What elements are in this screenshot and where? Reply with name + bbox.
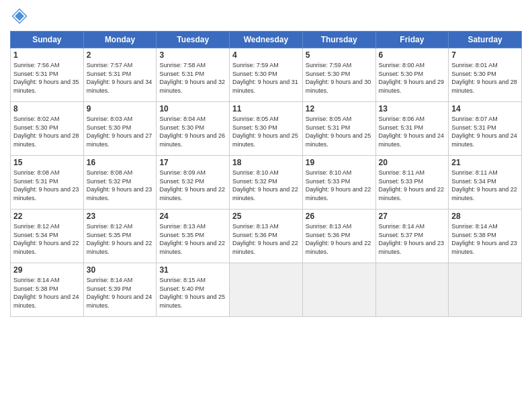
- day-info: Sunrise: 8:12 AM Sunset: 5:34 PM Dayligh…: [13, 222, 81, 256]
- day-number: 13: [379, 104, 446, 113]
- day-cell: 6 Sunrise: 8:00 AM Sunset: 5:30 PM Dayli…: [375, 48, 449, 102]
- day-info: Sunrise: 8:05 AM Sunset: 5:30 PM Dayligh…: [232, 115, 300, 148]
- day-info: Sunrise: 8:06 AM Sunset: 5:31 PM Dayligh…: [379, 115, 446, 148]
- day-number: 26: [306, 212, 373, 221]
- day-number: 30: [87, 265, 154, 275]
- day-info: Sunrise: 8:13 AM Sunset: 5:35 PM Dayligh…: [159, 222, 226, 256]
- day-cell: 16 Sunrise: 8:08 AM Sunset: 5:32 PM Dayl…: [83, 156, 157, 210]
- day-info: Sunrise: 8:02 AM Sunset: 5:30 PM Dayligh…: [13, 115, 81, 148]
- day-info: Sunrise: 8:12 AM Sunset: 5:35 PM Dayligh…: [87, 222, 154, 256]
- col-friday: Friday: [375, 32, 449, 48]
- day-cell: [375, 263, 449, 317]
- day-cell: 24 Sunrise: 8:13 AM Sunset: 5:35 PM Dayl…: [157, 210, 230, 263]
- day-cell: 12 Sunrise: 8:05 AM Sunset: 5:31 PM Dayl…: [302, 102, 375, 156]
- day-cell: 20 Sunrise: 8:11 AM Sunset: 5:33 PM Dayl…: [375, 156, 449, 210]
- day-info: Sunrise: 7:58 AM Sunset: 5:31 PM Dayligh…: [159, 61, 226, 95]
- week-row-1: 8 Sunrise: 8:02 AM Sunset: 5:30 PM Dayli…: [11, 102, 522, 156]
- day-cell: 7 Sunrise: 8:01 AM Sunset: 5:30 PM Dayli…: [449, 48, 522, 102]
- day-number: 7: [451, 50, 519, 60]
- day-info: Sunrise: 7:59 AM Sunset: 5:30 PM Dayligh…: [232, 61, 300, 95]
- day-number: 14: [451, 104, 519, 113]
- day-info: Sunrise: 8:11 AM Sunset: 5:33 PM Dayligh…: [379, 169, 446, 202]
- day-cell: 11 Sunrise: 8:05 AM Sunset: 5:30 PM Dayl…: [230, 102, 303, 156]
- logo-icon: [10, 7, 29, 26]
- header-row: Sunday Monday Tuesday Wednesday Thursday…: [11, 32, 522, 48]
- day-number: 24: [159, 212, 226, 221]
- day-number: 28: [451, 212, 519, 221]
- day-info: Sunrise: 8:08 AM Sunset: 5:32 PM Dayligh…: [87, 169, 154, 202]
- calendar-header: Sunday Monday Tuesday Wednesday Thursday…: [11, 32, 522, 48]
- day-info: Sunrise: 8:14 AM Sunset: 5:38 PM Dayligh…: [13, 276, 81, 310]
- day-number: 10: [159, 104, 226, 113]
- day-cell: 9 Sunrise: 8:03 AM Sunset: 5:30 PM Dayli…: [83, 102, 157, 156]
- day-number: 11: [232, 104, 300, 113]
- col-sunday: Sunday: [11, 32, 84, 48]
- header: [10, 7, 522, 26]
- day-cell: 22 Sunrise: 8:12 AM Sunset: 5:34 PM Dayl…: [11, 210, 84, 263]
- day-cell: 14 Sunrise: 8:07 AM Sunset: 5:31 PM Dayl…: [449, 102, 522, 156]
- day-info: Sunrise: 8:11 AM Sunset: 5:34 PM Dayligh…: [451, 169, 519, 202]
- col-thursday: Thursday: [302, 32, 375, 48]
- day-info: Sunrise: 8:09 AM Sunset: 5:32 PM Dayligh…: [159, 169, 226, 202]
- day-number: 25: [232, 212, 300, 221]
- day-info: Sunrise: 8:13 AM Sunset: 5:36 PM Dayligh…: [232, 222, 300, 256]
- day-number: 21: [451, 158, 519, 167]
- day-number: 3: [159, 50, 226, 60]
- day-number: 19: [306, 158, 373, 167]
- day-cell: 23 Sunrise: 8:12 AM Sunset: 5:35 PM Dayl…: [83, 210, 157, 263]
- day-number: 4: [232, 50, 300, 60]
- col-wednesday: Wednesday: [230, 32, 303, 48]
- day-number: 17: [159, 158, 226, 167]
- week-row-0: 1 Sunrise: 7:56 AM Sunset: 5:31 PM Dayli…: [11, 48, 522, 102]
- day-number: 6: [379, 50, 446, 60]
- day-number: 1: [13, 50, 81, 60]
- logo: [10, 7, 30, 26]
- col-monday: Monday: [83, 32, 157, 48]
- day-cell: 28 Sunrise: 8:14 AM Sunset: 5:38 PM Dayl…: [449, 210, 522, 263]
- day-cell: 19 Sunrise: 8:10 AM Sunset: 5:33 PM Dayl…: [302, 156, 375, 210]
- day-cell: 26 Sunrise: 8:13 AM Sunset: 5:36 PM Dayl…: [302, 210, 375, 263]
- day-number: 16: [87, 158, 154, 167]
- day-cell: 5 Sunrise: 7:59 AM Sunset: 5:30 PM Dayli…: [302, 48, 375, 102]
- day-number: 18: [232, 158, 300, 167]
- day-info: Sunrise: 7:57 AM Sunset: 5:31 PM Dayligh…: [87, 61, 154, 95]
- day-info: Sunrise: 8:14 AM Sunset: 5:39 PM Dayligh…: [87, 276, 154, 310]
- calendar-body: 1 Sunrise: 7:56 AM Sunset: 5:31 PM Dayli…: [11, 48, 522, 317]
- day-number: 15: [13, 158, 81, 167]
- day-cell: 3 Sunrise: 7:58 AM Sunset: 5:31 PM Dayli…: [157, 48, 230, 102]
- day-info: Sunrise: 7:59 AM Sunset: 5:30 PM Dayligh…: [306, 61, 373, 95]
- day-cell: 4 Sunrise: 7:59 AM Sunset: 5:30 PM Dayli…: [230, 48, 303, 102]
- day-cell: 13 Sunrise: 8:06 AM Sunset: 5:31 PM Dayl…: [375, 102, 449, 156]
- col-saturday: Saturday: [449, 32, 522, 48]
- day-info: Sunrise: 8:08 AM Sunset: 5:31 PM Dayligh…: [13, 169, 81, 202]
- day-cell: 18 Sunrise: 8:10 AM Sunset: 5:32 PM Dayl…: [230, 156, 303, 210]
- day-cell: 10 Sunrise: 8:04 AM Sunset: 5:30 PM Dayl…: [157, 102, 230, 156]
- day-cell: 29 Sunrise: 8:14 AM Sunset: 5:38 PM Dayl…: [11, 263, 84, 317]
- day-cell: 8 Sunrise: 8:02 AM Sunset: 5:30 PM Dayli…: [11, 102, 84, 156]
- day-cell: 31 Sunrise: 8:15 AM Sunset: 5:40 PM Dayl…: [157, 263, 230, 317]
- day-cell: [230, 263, 303, 317]
- day-number: 5: [306, 50, 373, 60]
- day-cell: [302, 263, 375, 317]
- page: Sunday Monday Tuesday Wednesday Thursday…: [0, 0, 532, 411]
- day-cell: 17 Sunrise: 8:09 AM Sunset: 5:32 PM Dayl…: [157, 156, 230, 210]
- day-info: Sunrise: 8:13 AM Sunset: 5:36 PM Dayligh…: [306, 222, 373, 256]
- day-number: 8: [13, 104, 81, 113]
- day-number: 20: [379, 158, 446, 167]
- day-cell: [449, 263, 522, 317]
- day-cell: 21 Sunrise: 8:11 AM Sunset: 5:34 PM Dayl…: [449, 156, 522, 210]
- day-info: Sunrise: 8:07 AM Sunset: 5:31 PM Dayligh…: [451, 115, 519, 148]
- day-cell: 30 Sunrise: 8:14 AM Sunset: 5:39 PM Dayl…: [83, 263, 157, 317]
- week-row-4: 29 Sunrise: 8:14 AM Sunset: 5:38 PM Dayl…: [11, 263, 522, 317]
- day-info: Sunrise: 8:10 AM Sunset: 5:32 PM Dayligh…: [232, 169, 300, 202]
- day-number: 9: [87, 104, 154, 113]
- week-row-3: 22 Sunrise: 8:12 AM Sunset: 5:34 PM Dayl…: [11, 210, 522, 263]
- day-number: 2: [87, 50, 154, 60]
- day-number: 22: [13, 212, 81, 221]
- col-tuesday: Tuesday: [157, 32, 230, 48]
- day-number: 27: [379, 212, 446, 221]
- day-info: Sunrise: 8:14 AM Sunset: 5:38 PM Dayligh…: [451, 222, 519, 256]
- day-cell: 15 Sunrise: 8:08 AM Sunset: 5:31 PM Dayl…: [11, 156, 84, 210]
- day-info: Sunrise: 8:14 AM Sunset: 5:37 PM Dayligh…: [379, 222, 446, 256]
- day-info: Sunrise: 8:01 AM Sunset: 5:30 PM Dayligh…: [451, 61, 519, 95]
